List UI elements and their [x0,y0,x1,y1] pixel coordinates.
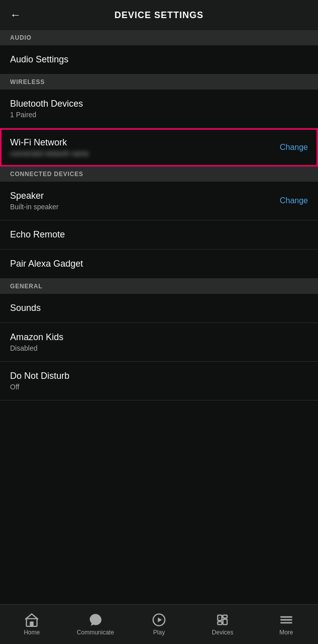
page-title: DEVICE SETTINGS [114,10,203,21]
bluetooth-devices-title: Bluetooth Devices [10,99,83,109]
speaker-title: Speaker [10,191,59,201]
nav-communicate[interactable]: Communicate [63,613,127,636]
audio-settings-item[interactable]: Audio Settings [0,45,318,74]
header: ← DEVICE SETTINGS [0,0,318,30]
svg-rect-6 [223,615,227,618]
bluetooth-devices-content: Bluetooth Devices 1 Paired [10,99,83,119]
svg-marker-4 [158,617,162,622]
amazon-kids-content: Amazon Kids Disabled [10,332,63,352]
do-not-disturb-subtitle: Off [10,383,69,391]
speaker-item[interactable]: Speaker Built-in speaker Change [0,182,318,220]
echo-remote-item[interactable]: Echo Remote [0,220,318,250]
section-header-general: GENERAL [0,279,318,294]
sounds-item[interactable]: Sounds [0,294,318,323]
nav-play[interactable]: Play [127,613,191,636]
nav-devices-label: Devices [212,629,233,636]
devices-icon [215,613,229,627]
settings-content: AUDIO Audio Settings WIRELESS Bluetooth … [0,30,318,604]
sounds-title: Sounds [10,303,41,313]
amazon-kids-title: Amazon Kids [10,332,63,343]
nav-communicate-label: Communicate [77,629,114,636]
section-header-connected-devices: CONNECTED DEVICES [0,167,318,182]
wifi-network-value: connected network name [10,149,89,157]
wifi-network-title: Wi-Fi Network [10,137,89,148]
pair-alexa-gadget-content: Pair Alexa Gadget [10,259,83,269]
echo-remote-title: Echo Remote [10,229,65,240]
communicate-icon [89,613,103,627]
svg-rect-8 [218,622,222,625]
sounds-content: Sounds [10,303,41,313]
home-icon [25,613,39,627]
pair-alexa-gadget-title: Pair Alexa Gadget [10,259,83,269]
audio-settings-content: Audio Settings [10,54,68,65]
nav-more-label: More [279,629,293,636]
amazon-kids-subtitle: Disabled [10,344,63,352]
svg-rect-7 [223,619,227,625]
nav-home-label: Home [24,629,40,636]
nav-home[interactable]: Home [0,613,63,636]
wifi-change-button[interactable]: Change [280,143,308,152]
audio-settings-title: Audio Settings [10,54,68,65]
nav-play-label: Play [153,629,165,636]
amazon-kids-item[interactable]: Amazon Kids Disabled [0,323,318,362]
bottom-nav: Home Communicate Play [0,604,318,644]
echo-remote-content: Echo Remote [10,229,65,240]
section-header-audio: AUDIO [0,30,318,45]
speaker-change-button[interactable]: Change [280,196,308,205]
wifi-network-content: Wi-Fi Network connected network name [10,137,89,157]
do-not-disturb-item[interactable]: Do Not Disturb Off [0,362,318,400]
do-not-disturb-content: Do Not Disturb Off [10,371,69,391]
do-not-disturb-title: Do Not Disturb [10,371,69,381]
wifi-network-item[interactable]: Wi-Fi Network connected network name Cha… [0,128,318,167]
bluetooth-devices-subtitle: 1 Paired [10,111,83,119]
svg-rect-2 [30,622,34,626]
section-header-wireless: WIRELESS [0,74,318,90]
nav-more[interactable]: More [255,613,318,636]
play-icon [152,613,166,627]
speaker-content: Speaker Built-in speaker [10,191,59,211]
speaker-subtitle: Built-in speaker [10,203,59,211]
nav-devices[interactable]: Devices [191,613,254,636]
back-button[interactable]: ← [10,9,21,22]
pair-alexa-gadget-item[interactable]: Pair Alexa Gadget [0,250,318,279]
more-icon [279,613,293,627]
bluetooth-devices-item[interactable]: Bluetooth Devices 1 Paired [0,90,318,128]
